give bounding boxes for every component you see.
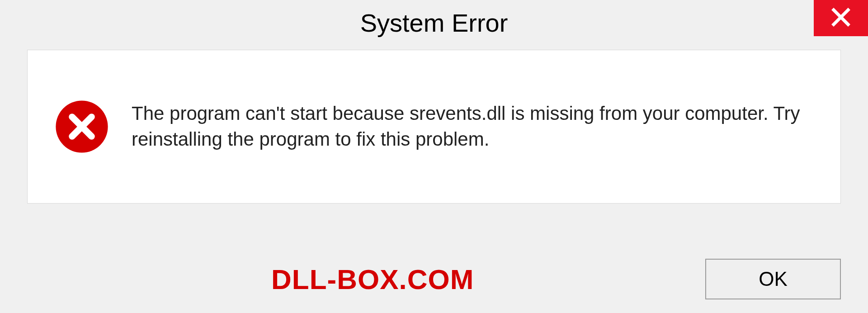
close-button[interactable] xyxy=(814,0,868,36)
close-icon xyxy=(830,6,852,30)
error-icon xyxy=(55,100,109,154)
watermark-text: DLL-BOX.COM xyxy=(271,263,474,295)
titlebar: System Error xyxy=(0,0,868,45)
message-panel: The program can't start because srevents… xyxy=(27,50,841,204)
error-message: The program can't start because srevents… xyxy=(132,101,813,152)
footer: DLL-BOX.COM OK xyxy=(0,259,868,299)
ok-button[interactable]: OK xyxy=(705,259,841,299)
window-title: System Error xyxy=(360,8,508,38)
